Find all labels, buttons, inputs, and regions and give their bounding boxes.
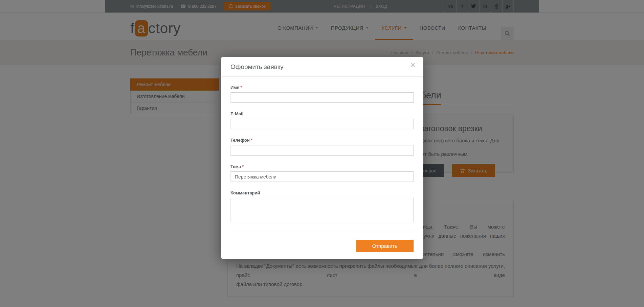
label-text: E-Mail	[230, 111, 243, 116]
label-text: Комментарий	[230, 190, 260, 195]
name-label: Имя*	[230, 85, 414, 90]
label-text: Имя	[230, 85, 240, 90]
email-input[interactable]	[230, 119, 414, 129]
comment-label: Комментарий	[230, 190, 414, 195]
email-label: E-Mail	[230, 111, 414, 116]
request-modal: Оформить заявку ✕ Имя* E-Mail Телефон* Т…	[221, 57, 423, 259]
close-icon[interactable]: ✕	[410, 62, 416, 68]
field-comment: Комментарий	[230, 190, 414, 223]
name-input[interactable]	[230, 92, 414, 103]
field-name: Имя*	[230, 85, 414, 103]
required-mark: *	[251, 138, 252, 143]
required-mark: *	[242, 164, 244, 169]
field-subject: Тема*	[230, 164, 414, 182]
phone-input[interactable]	[230, 145, 414, 156]
label-text: Тема	[230, 164, 241, 169]
modal-title: Оформить заявку	[230, 63, 414, 71]
submit-button[interactable]: Отправить	[356, 240, 414, 252]
label-text: Телефон	[230, 138, 250, 143]
field-phone: Телефон*	[230, 138, 414, 156]
field-email: E-Mail	[230, 111, 414, 129]
required-mark: *	[241, 85, 242, 90]
subject-input[interactable]	[230, 171, 414, 182]
comment-textarea[interactable]	[230, 198, 414, 222]
phone-label: Телефон*	[230, 138, 414, 143]
subject-label: Тема*	[230, 164, 414, 169]
